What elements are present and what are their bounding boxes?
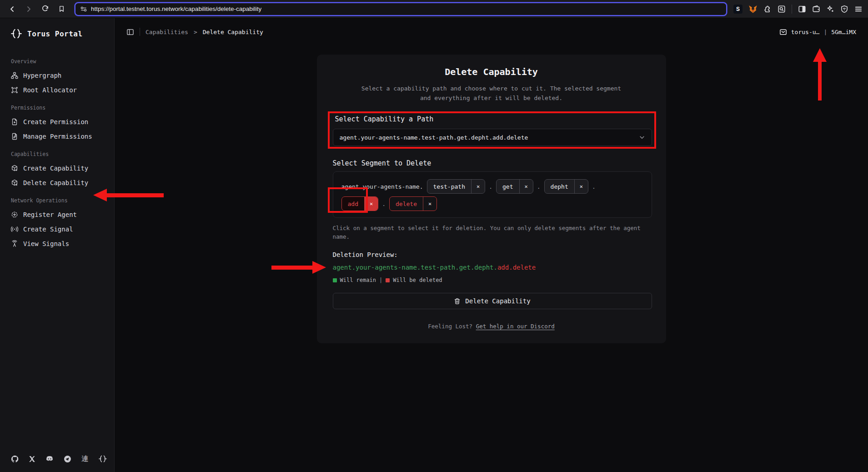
remove-segment-icon[interactable]: ✕ [574,180,588,193]
app-logo-row[interactable]: Torus Portal [11,28,114,39]
section-label: Permissions [11,105,114,111]
sidebar-item-register-agent[interactable]: Register Agent [11,207,114,222]
sidebar-toggle-icon[interactable] [798,5,806,13]
ai-sparkle-icon[interactable] [826,5,834,13]
segment-row-2: add ✕ . delete ✕ [341,196,643,211]
delete-capability-button[interactable]: Delete Capability [333,293,652,309]
segment-label[interactable]: delete [390,197,423,211]
back-button[interactable] [5,2,19,16]
discord-help-link[interactable]: Get help in our Discord [476,323,555,330]
path-dot: . [592,183,596,190]
segment-label[interactable]: add [342,197,364,211]
sidebar-item-create-signal[interactable]: Create Signal [11,222,114,236]
preview-legend: Will remain | Will be deleted [333,277,442,283]
browser-chrome: https://portal.testnet.torus.network/cap… [0,0,868,18]
package-plus-icon [11,165,18,172]
segment-chip-test-path[interactable]: test-path ✕ [427,179,486,194]
capability-path-select[interactable]: agent.your-agents-name.test-path.get.dep… [333,129,652,146]
segment-label[interactable]: get [497,180,519,193]
remove-segment-icon[interactable]: ✕ [364,197,378,211]
segment-chip-add-selected[interactable]: add ✕ [341,196,379,211]
wallet-separator: | [823,29,827,35]
segment-chip-get[interactable]: get ✕ [496,179,533,194]
tracking-protection-icon[interactable] [80,5,87,13]
torus-footer-icon[interactable] [99,455,107,463]
breadcrumb-section[interactable]: Capabilities [146,29,188,35]
legend-separator: | [379,277,382,283]
sidebar-item-label: Manage Permissions [23,133,92,140]
root-allocator-icon [11,86,18,94]
sidebar-item-label: Root Allocator [23,86,77,94]
radio-icon [11,226,18,233]
segment-container: agent.your-agents-name. test-path ✕ . ge… [333,171,652,218]
legend-remain-swatch [333,278,337,282]
segment-label[interactable]: depht [545,180,574,193]
package-x-icon [11,179,18,186]
github-icon[interactable] [11,455,19,463]
metamask-extension-icon[interactable] [748,5,758,14]
extensions-puzzle-icon[interactable] [763,5,772,13]
wallet-name: torus-u… [791,29,820,35]
path-dot: . [382,201,386,207]
hypergraph-icon [11,72,18,79]
forward-button[interactable] [22,2,35,16]
section-label: Network Operations [11,197,114,204]
sidebar-item-delete-capability[interactable]: Delete Capability [11,176,114,190]
sidebar-item-label: Delete Capability [23,179,88,186]
remove-segment-icon[interactable]: ✕ [519,180,533,193]
sidebar-item-label: Create Capability [23,165,88,172]
main-header: Capabilities > Delete Capability torus-u… [115,18,868,45]
panel-toggle-icon[interactable] [126,28,134,36]
sidebar-item-hypergraph[interactable]: Hypergraph [11,68,114,83]
section-label: Overview [11,58,114,65]
sidebar-item-create-permission[interactable]: Create Permission [11,115,114,129]
bookmark-icon [58,5,65,12]
path-dot: . [537,183,541,190]
app-title: Torus Portal [27,30,83,38]
remove-segment-icon[interactable]: ✕ [423,197,437,211]
sidebar-item-root-allocator[interactable]: Root Allocator [11,83,114,97]
subwallet-extension-icon[interactable]: S [733,5,743,14]
legend-deleted-label: Will be deleted [393,277,442,283]
menu-hamburger-icon[interactable] [854,5,863,13]
x-twitter-icon[interactable] [29,456,35,462]
trash-icon [454,298,461,305]
chevron-down-icon [639,134,645,141]
bookmark-button[interactable] [55,2,68,16]
card-subtitle: Select a capability path and choose wher… [355,84,628,103]
path-select-value: agent.your-agents-name.test-path.get.dep… [340,134,528,141]
screenshot-tool-icon[interactable] [778,5,786,13]
lian-community-icon[interactable]: 連 [81,455,89,462]
sidebar-item-view-signals[interactable]: View Signals [11,236,114,251]
wallet-chip[interactable]: torus-u… | 5Gm…iMX [779,28,856,36]
sidebar-section-capabilities: Capabilities Create Capability Delete Ca… [11,151,114,190]
screen: https://portal.testnet.torus.network/cap… [0,0,868,472]
circle-plus-dashed-icon [11,211,18,218]
segment-label[interactable]: test-path [427,180,471,193]
preview-remaining-path: agent.your-agents-name.test-path.get.dep… [333,264,497,271]
remove-segment-icon[interactable]: ✕ [471,180,485,193]
firefox-wallet-icon[interactable] [812,5,820,13]
sidebar-section-permissions: Permissions Create Permission Manage Per… [11,105,114,144]
sidebar-item-label: Hypergraph [23,72,61,79]
discord-icon[interactable] [45,455,54,463]
chevron-left-icon [9,5,16,13]
sidebar-item-manage-permissions[interactable]: Manage Permissions [11,129,114,144]
footer-text: Feeling Lost? [428,323,472,330]
sidebar-item-create-capability[interactable]: Create Capability [11,161,114,176]
file-pen-icon [11,133,18,140]
segment-chip-depht[interactable]: depht ✕ [544,179,588,194]
url-bar[interactable]: https://portal.testnet.torus.network/cap… [75,2,727,16]
segment-chip-delete[interactable]: delete ✕ [389,196,437,211]
reload-button[interactable] [38,2,52,16]
reload-icon [41,5,49,13]
shield-icon[interactable] [840,5,848,13]
sidebar-item-label: View Signals [23,240,69,247]
telegram-icon[interactable] [64,455,71,463]
wallet-icon [779,28,787,36]
sidebar-item-label: Register Agent [23,211,77,218]
sidebar-item-label: Create Permission [23,118,88,126]
breadcrumb: Capabilities > Delete Capability [126,28,263,36]
file-plus-icon [11,118,18,126]
url-text[interactable]: https://portal.testnet.torus.network/cap… [91,5,261,12]
